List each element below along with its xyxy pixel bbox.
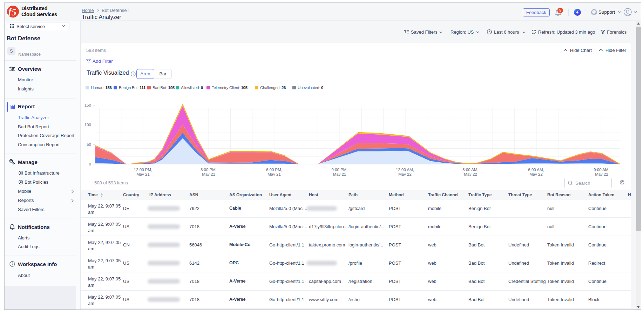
svg-text:May 21: May 21 <box>136 172 150 176</box>
svg-text:6:00 AM,: 6:00 AM, <box>528 168 544 172</box>
svg-text:May 22: May 22 <box>398 172 412 176</box>
svg-text:May 21: May 21 <box>333 172 346 176</box>
svg-text:3:00 AM,: 3:00 AM, <box>462 168 478 172</box>
svg-text:12:00 AM,: 12:00 AM, <box>396 168 414 172</box>
svg-text:May 21: May 21 <box>202 172 215 176</box>
svg-text:6:00 PM,: 6:00 PM, <box>266 168 282 172</box>
svg-text:3:00 PM,: 3:00 PM, <box>201 168 217 172</box>
svg-text:150: 150 <box>84 103 91 107</box>
svg-text:9:00 PM,: 9:00 PM, <box>332 168 348 172</box>
svg-text:5: 5 <box>12 7 16 18</box>
svg-text:May 21: May 21 <box>267 172 281 176</box>
svg-text:9:00 AM,: 9:00 AM, <box>594 168 609 172</box>
svg-text:May 22: May 22 <box>529 172 543 176</box>
svg-text:0: 0 <box>89 162 91 166</box>
svg-text:12:00 PM,: 12:00 PM, <box>134 168 152 172</box>
svg-text:May 22: May 22 <box>595 172 608 176</box>
svg-text:50: 50 <box>87 142 91 147</box>
svg-text:100: 100 <box>84 123 91 127</box>
svg-text:May 22: May 22 <box>464 172 477 176</box>
